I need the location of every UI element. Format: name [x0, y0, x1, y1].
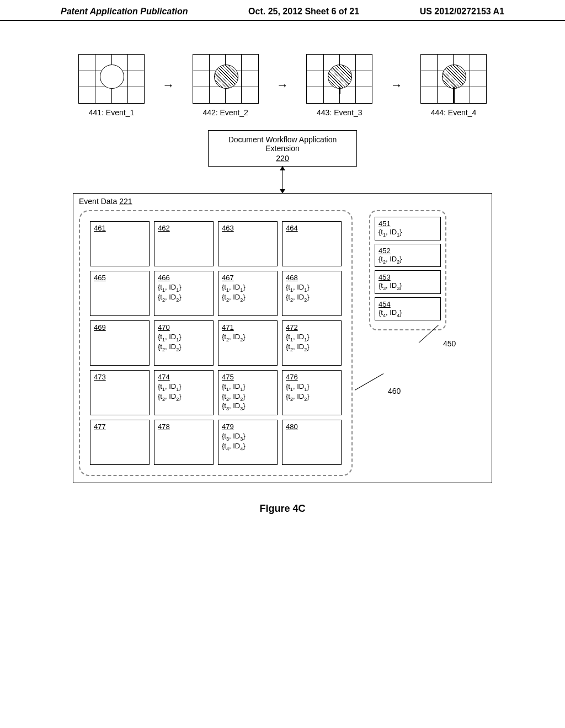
grid-cell: 461	[90, 221, 150, 266]
cell-number: 462	[158, 224, 210, 232]
cell-number: 471	[222, 323, 274, 331]
arrow-right-icon: →	[390, 61, 403, 110]
events-row: 441: Event_1→442: Event_2→443: Event_3→4…	[73, 54, 492, 117]
event-circle-icon	[328, 65, 352, 89]
event-stem-icon	[339, 87, 340, 94]
cell-number: 461	[94, 224, 146, 232]
cell-number: 451	[379, 220, 437, 228]
cell-tuple: {t4, ID4}	[379, 308, 437, 318]
grid-cell: 467{t1, ID1}{t2, ID2}	[218, 271, 278, 316]
cell-number: 466	[158, 274, 210, 282]
grid-cell: 477	[90, 420, 150, 465]
workflow-title: Document Workflow Application Extension	[228, 135, 337, 153]
event-circle-icon	[442, 65, 466, 89]
cell-tuple: {t2, ID2}	[222, 293, 274, 303]
grid-cell: 466{t1, ID1}{t2, ID2}	[154, 271, 214, 316]
grid-cell: 472{t1, ID1}{t2, ID2}	[282, 320, 342, 366]
cell-tuple: {t1, ID1}	[286, 333, 338, 342]
event-grid	[420, 54, 487, 104]
event-circle-icon	[100, 65, 124, 89]
list-cell: 452{t2, ID2}	[375, 244, 441, 267]
event-label: 442: Event_2	[187, 108, 264, 117]
cell-number: 474	[158, 373, 210, 381]
cell-tuple: {t1, ID1}	[158, 283, 210, 293]
grid-cell: 469	[90, 320, 150, 366]
header-right: US 2012/0272153 A1	[420, 7, 504, 17]
event-block: 442: Event_2	[187, 54, 264, 117]
cell-number: 465	[94, 274, 146, 282]
event-grid	[306, 54, 372, 104]
cell-number: 478	[158, 422, 210, 431]
cell-tuple: {t1, ID1}	[286, 382, 338, 392]
grid-cell: 473	[90, 370, 150, 415]
grid-cell: 464	[282, 221, 342, 266]
region-450: 451{t1, ID1}452{t2, ID2}453{t3, ID3}454{…	[369, 210, 446, 330]
callout-450: 450	[443, 339, 456, 348]
cell-tuple: {t1, ID1}	[158, 333, 210, 342]
grid-460-table: 461462463464465466{t1, ID1}{t2, ID2}467{…	[86, 217, 346, 469]
grid-cell: 462	[154, 221, 214, 266]
cell-number: 470	[158, 323, 210, 331]
cell-tuple: {t1, ID1}	[222, 382, 274, 392]
event-label: 443: Event_3	[301, 108, 378, 117]
cell-tuple: {t3, ID3}	[222, 432, 274, 442]
cell-tuple: {t2, ID2}	[158, 342, 210, 352]
cell-tuple: {t2, ID2}	[158, 392, 210, 402]
cell-number: 480	[286, 422, 338, 431]
workflow-number: 220	[211, 154, 354, 163]
event-block: 444: Event_4	[415, 54, 492, 117]
grid-cell: 474{t1, ID1}{t2, ID2}	[154, 370, 214, 415]
grid-cell: 475{t1, ID1}{t2, ID2}{t3, ID3}	[218, 370, 278, 415]
arrow-right-icon: →	[276, 61, 289, 110]
cell-tuple: {t2, ID2}	[286, 293, 338, 303]
page-header: Patent Application Publication Oct. 25, …	[0, 0, 565, 21]
grid-cell: 479{t3, ID3}{t4, ID4}	[218, 420, 278, 465]
cell-tuple: {t2, ID2}	[222, 392, 274, 402]
region-460: 461462463464465466{t1, ID1}{t2, ID2}467{…	[79, 210, 353, 476]
cell-number: 469	[94, 323, 146, 331]
cell-tuple: {t3, ID3}	[222, 402, 274, 411]
cell-tuple: {t2, ID2}	[379, 255, 437, 265]
workflow-extension-box: Document Workflow Application Extension …	[208, 130, 357, 167]
cell-tuple: {t1, ID1}	[158, 382, 210, 392]
event-block: 443: Event_3	[301, 54, 378, 117]
grid-cell: 465	[90, 271, 150, 316]
event-block: 441: Event_1	[73, 54, 150, 117]
cell-tuple: {t2, ID2}	[222, 333, 274, 342]
grid-cell: 478	[154, 420, 214, 465]
list-cell: 454{t4, ID4}	[375, 297, 441, 321]
cell-tuple: {t3, ID3}	[379, 281, 437, 291]
cell-number: 452	[379, 247, 437, 255]
cell-number: 463	[222, 224, 274, 232]
cell-number: 472	[286, 323, 338, 331]
event-grid	[193, 54, 259, 104]
cell-number: 454	[379, 300, 437, 308]
callout-460: 460	[388, 387, 401, 395]
event-data-box: Event Data 221 461462463464465466{t1, ID…	[73, 193, 492, 483]
cell-tuple: {t4, ID4}	[222, 442, 274, 452]
cell-number: 476	[286, 373, 338, 381]
cell-number: 467	[222, 274, 274, 282]
list-cell: 451{t1, ID1}	[375, 217, 441, 240]
cell-number: 468	[286, 274, 338, 282]
figure-caption: Figure 4C	[73, 503, 492, 515]
event-grid	[78, 54, 145, 104]
grid-cell: 470{t1, ID1}{t2, ID2}	[154, 320, 214, 366]
header-left: Patent Application Publication	[61, 7, 188, 17]
event-data-title: Event Data 221	[79, 197, 486, 206]
list-cell: 453{t3, ID3}	[375, 270, 441, 294]
cell-tuple: {t1, ID1}	[379, 228, 437, 238]
arrow-right-icon: →	[162, 61, 175, 110]
grid-cell: 476{t1, ID1}{t2, ID2}	[282, 370, 342, 415]
cell-tuple: {t2, ID2}	[286, 392, 338, 402]
event-circle-icon	[214, 65, 238, 89]
grid-cell: 471{t2, ID2}	[218, 320, 278, 366]
grid-cell: 468{t1, ID1}{t2, ID2}	[282, 271, 342, 316]
cell-number: 464	[286, 224, 338, 232]
figure-4c: 441: Event_1→442: Event_2→443: Event_3→4…	[73, 54, 492, 515]
cell-tuple: {t2, ID2}	[286, 342, 338, 352]
cell-tuple: {t1, ID1}	[286, 283, 338, 293]
event-label: 444: Event_4	[415, 108, 492, 117]
cell-tuple: {t1, ID1}	[222, 283, 274, 293]
cell-tuple: {t2, ID2}	[158, 293, 210, 303]
